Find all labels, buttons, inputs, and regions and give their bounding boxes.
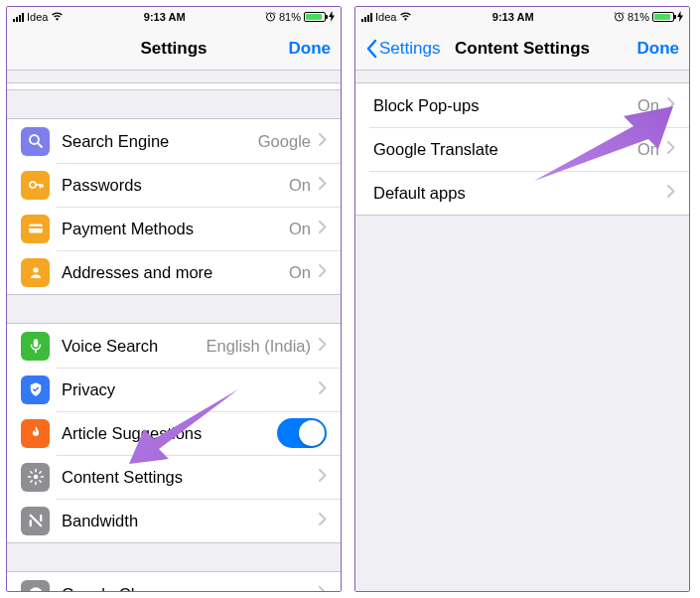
row-label: Block Pop-ups xyxy=(373,96,637,115)
row-label: Search Engine xyxy=(62,132,258,151)
carrier-label: Idea xyxy=(375,11,396,23)
signal-icon xyxy=(361,13,372,22)
chevron-right-icon xyxy=(319,337,327,355)
row-privacy[interactable]: Privacy xyxy=(7,368,341,411)
row-label: Bandwidth xyxy=(62,512,319,530)
toggle-switch[interactable] xyxy=(277,418,327,448)
chevron-right-icon xyxy=(319,220,327,237)
nav-bar: Settings Done xyxy=(7,27,341,71)
svg-point-8 xyxy=(29,587,43,591)
wifi-icon xyxy=(399,11,412,23)
nav-bar: Settings Content Settings Done xyxy=(355,27,689,71)
chevron-right-icon xyxy=(667,184,675,202)
phone-settings: Idea 9:13 AM 81% Settings Done Search En… xyxy=(6,6,342,592)
clock: 9:13 AM xyxy=(492,11,534,23)
row-label: Google Translate xyxy=(373,140,637,159)
settings-list[interactable]: Search EngineGooglePasswordsOnPayment Me… xyxy=(7,71,341,591)
chrome-icon xyxy=(21,580,50,592)
row-label: Article Suggestions xyxy=(62,424,277,443)
addresses-icon xyxy=(21,258,50,287)
svg-rect-6 xyxy=(33,339,38,347)
chevron-right-icon xyxy=(667,96,675,114)
row-label: Content Settings xyxy=(62,468,319,487)
row-article[interactable]: Article Suggestions xyxy=(7,411,341,455)
row-addresses[interactable]: Addresses and moreOn xyxy=(7,250,341,294)
row-content[interactable]: Content Settings xyxy=(7,455,341,499)
article-icon xyxy=(21,419,50,448)
row-value: Google xyxy=(258,132,311,151)
charging-icon xyxy=(677,11,683,24)
svg-point-7 xyxy=(33,475,38,480)
wifi-icon xyxy=(51,11,64,23)
row-default-apps[interactable]: Default apps xyxy=(355,171,689,215)
row-value: On xyxy=(637,96,659,115)
chevron-right-icon xyxy=(667,140,675,158)
status-bar: Idea 9:13 AM 81% xyxy=(355,7,689,27)
carrier-label: Idea xyxy=(27,11,48,23)
row-value: English (India) xyxy=(207,337,311,356)
row-search[interactable]: Search EngineGoogle xyxy=(7,119,341,163)
battery-pct: 81% xyxy=(279,11,301,23)
row-payment[interactable]: Payment MethodsOn xyxy=(7,207,341,250)
chevron-right-icon xyxy=(319,132,327,150)
privacy-icon xyxy=(21,375,50,404)
row-bandwidth[interactable]: Bandwidth xyxy=(7,499,341,542)
content-settings-list[interactable]: Block Pop-upsOnGoogle TranslateOnDefault… xyxy=(355,71,689,591)
back-label: Settings xyxy=(379,39,440,59)
svg-rect-4 xyxy=(29,226,43,228)
row-label: Voice Search xyxy=(62,337,207,356)
row-voice[interactable]: Voice SearchEnglish (India) xyxy=(7,324,341,368)
done-button[interactable]: Done xyxy=(289,39,332,59)
row-google-translate[interactable]: Google TranslateOn xyxy=(355,127,689,171)
svg-point-5 xyxy=(33,267,38,272)
signal-icon xyxy=(13,13,24,22)
charging-icon xyxy=(329,11,335,24)
svg-point-2 xyxy=(30,182,36,188)
alarm-icon xyxy=(614,11,625,24)
row-label: Default apps xyxy=(373,184,667,203)
battery-icon xyxy=(652,12,674,22)
content-icon xyxy=(21,463,50,492)
status-bar: Idea 9:13 AM 81% xyxy=(7,7,341,27)
row-label: Passwords xyxy=(62,176,289,195)
row-label: Addresses and more xyxy=(62,263,289,282)
row-chrome[interactable]: Google Chrome xyxy=(7,572,341,591)
chevron-right-icon xyxy=(319,380,327,398)
row-label: Privacy xyxy=(62,380,319,399)
clock: 9:13 AM xyxy=(144,11,186,23)
back-button[interactable]: Settings xyxy=(365,39,440,59)
alarm-icon xyxy=(265,11,276,24)
row-value: On xyxy=(289,176,311,195)
passwords-icon xyxy=(21,171,50,200)
chevron-right-icon xyxy=(319,512,327,529)
chevron-right-icon xyxy=(319,585,327,591)
battery-icon xyxy=(304,12,326,22)
row-label: Google Chrome xyxy=(62,585,319,592)
row-block-pop-ups[interactable]: Block Pop-upsOn xyxy=(355,83,689,127)
phone-content-settings: Idea 9:13 AM 81% Settings Content Settin… xyxy=(354,6,690,592)
chevron-right-icon xyxy=(319,176,327,194)
chevron-right-icon xyxy=(319,468,327,486)
row-value: On xyxy=(289,220,311,238)
row-value: On xyxy=(637,140,659,159)
voice-icon xyxy=(21,332,50,361)
row-label: Payment Methods xyxy=(62,220,289,238)
search-icon xyxy=(21,127,50,156)
row-passwords[interactable]: PasswordsOn xyxy=(7,163,341,207)
bandwidth-icon xyxy=(21,507,50,535)
battery-pct: 81% xyxy=(628,11,649,23)
row-value: On xyxy=(289,263,311,282)
payment-icon xyxy=(21,215,50,243)
chevron-right-icon xyxy=(319,263,327,281)
done-button[interactable]: Done xyxy=(637,39,680,59)
